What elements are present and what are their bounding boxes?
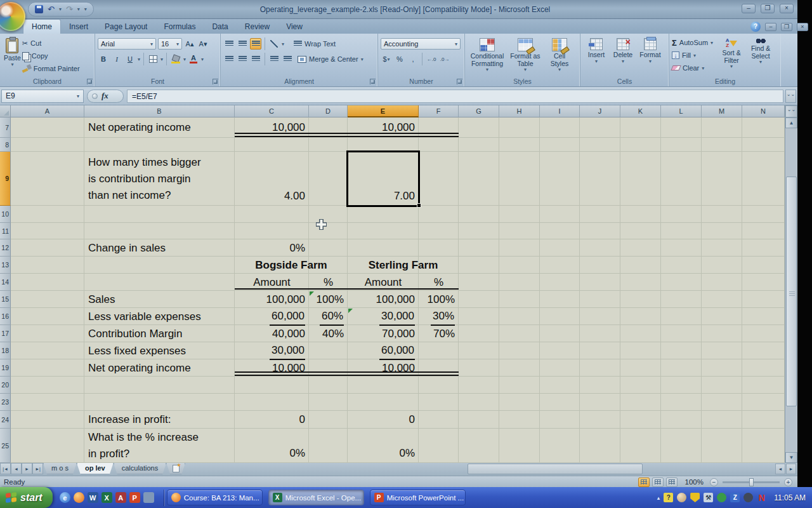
help-icon[interactable]: ? bbox=[664, 493, 673, 502]
font-dialog-launcher[interactable] bbox=[213, 79, 218, 84]
cell-E17[interactable]: 70,000 bbox=[348, 325, 419, 342]
bold-button[interactable]: B bbox=[98, 53, 109, 65]
underline-button[interactable]: U bbox=[124, 53, 136, 65]
grid-cell[interactable] bbox=[11, 291, 84, 308]
grid-cell[interactable] bbox=[661, 394, 702, 411]
cell-E25[interactable]: 0% bbox=[348, 429, 419, 463]
column-header-F[interactable]: F bbox=[419, 105, 459, 117]
grid-cell[interactable] bbox=[540, 342, 580, 359]
grid-cell[interactable] bbox=[11, 152, 84, 206]
grid-cell[interactable] bbox=[499, 274, 540, 291]
tools-icon[interactable]: ⚒ bbox=[704, 493, 713, 502]
row-header-20[interactable]: 20 bbox=[0, 377, 11, 394]
comma-style-button[interactable]: , bbox=[407, 53, 419, 65]
insert-worksheet-tab[interactable] bbox=[166, 463, 185, 474]
grid-cell[interactable] bbox=[348, 206, 419, 223]
page-layout-view-button[interactable] bbox=[652, 478, 664, 487]
grid-cell[interactable] bbox=[661, 325, 702, 342]
grid-cell[interactable] bbox=[661, 206, 702, 223]
row-header-12[interactable]: 12 bbox=[0, 239, 11, 257]
task-button-excel[interactable]: XMicrosoft Excel - Ope... bbox=[268, 490, 364, 505]
grid-cell[interactable] bbox=[620, 411, 661, 429]
grid-cell[interactable] bbox=[540, 394, 580, 411]
row-header-17[interactable]: 17 bbox=[0, 325, 11, 342]
formula-bar-chevron-icon[interactable]: ⌄⌄ bbox=[785, 105, 797, 117]
grid-cell[interactable] bbox=[580, 342, 620, 359]
grid-cell[interactable] bbox=[702, 325, 742, 342]
grid-cell[interactable] bbox=[661, 411, 702, 429]
grid-cell[interactable] bbox=[620, 138, 661, 152]
excel-icon[interactable]: X bbox=[102, 492, 112, 503]
bottom-align-button[interactable] bbox=[250, 38, 261, 50]
wrap-text-button[interactable]: Wrap Text bbox=[294, 38, 336, 50]
row-header-14[interactable]: 14 bbox=[0, 274, 11, 291]
cell-E24[interactable]: 0 bbox=[348, 411, 419, 429]
grid-cell[interactable] bbox=[661, 223, 702, 239]
sheet-tab-calculations[interactable]: calculations bbox=[114, 463, 166, 474]
grid-cell[interactable] bbox=[419, 152, 459, 206]
grid-cell[interactable] bbox=[499, 411, 540, 429]
grid-cell[interactable] bbox=[540, 152, 580, 206]
grid-cell[interactable] bbox=[742, 274, 785, 291]
cell-C16[interactable]: 60,000 bbox=[235, 308, 309, 325]
conditional-formatting-button[interactable]: Conditional Formatting▾ bbox=[468, 36, 507, 77]
grid-cell[interactable] bbox=[580, 325, 620, 342]
grid-cell[interactable] bbox=[419, 239, 459, 257]
grid-cell[interactable] bbox=[348, 377, 419, 394]
zoom-out-button[interactable]: − bbox=[710, 478, 718, 486]
grid-cell[interactable] bbox=[84, 206, 235, 223]
vertical-scrollbar[interactable]: ⌄⌄ ▲ ▼ bbox=[785, 105, 797, 463]
grid-cell[interactable] bbox=[661, 291, 702, 308]
grid-cell[interactable] bbox=[661, 342, 702, 359]
grid-cell[interactable] bbox=[580, 411, 620, 429]
grid-cell[interactable] bbox=[620, 377, 661, 394]
top-align-button[interactable] bbox=[223, 38, 235, 50]
grid-cell[interactable] bbox=[742, 223, 785, 239]
cell-D17[interactable]: 40% bbox=[309, 325, 348, 342]
tab-view[interactable]: View bbox=[278, 20, 311, 34]
row-header-9[interactable]: 9 bbox=[0, 152, 11, 206]
row-header-8[interactable]: 8 bbox=[0, 138, 11, 152]
cell-B12[interactable]: Change in sales bbox=[84, 239, 235, 257]
grid-cell[interactable] bbox=[499, 308, 540, 325]
font-name-select[interactable]: Arial▾ bbox=[98, 38, 156, 50]
cell-F15[interactable]: 100% bbox=[419, 291, 459, 308]
grid-cell[interactable] bbox=[661, 377, 702, 394]
cell-B19[interactable]: Net operating income bbox=[84, 359, 235, 377]
grid-cell[interactable] bbox=[459, 377, 499, 394]
grow-font-button[interactable]: A▴ bbox=[184, 38, 195, 50]
scroll-up-icon[interactable]: ▲ bbox=[785, 117, 797, 128]
grid-cell[interactable] bbox=[499, 138, 540, 152]
grid-cell[interactable] bbox=[459, 239, 499, 257]
grid-cell[interactable] bbox=[540, 239, 580, 257]
grid-cell[interactable] bbox=[742, 117, 785, 138]
tab-insert[interactable]: Insert bbox=[61, 20, 96, 34]
grid-cell[interactable] bbox=[499, 257, 540, 274]
normal-view-button[interactable] bbox=[638, 478, 650, 487]
grid-cell[interactable] bbox=[620, 291, 661, 308]
cell-C24[interactable]: 0 bbox=[235, 411, 309, 429]
decrease-indent-button[interactable] bbox=[268, 53, 280, 65]
format-cells-button[interactable]: Format▾ bbox=[636, 36, 664, 77]
grid-cell[interactable] bbox=[419, 138, 459, 152]
cell-B15[interactable]: Sales bbox=[84, 291, 235, 308]
grid-cell[interactable] bbox=[11, 117, 84, 138]
grid-cell[interactable] bbox=[620, 206, 661, 223]
delete-cells-button[interactable]: Delete▾ bbox=[610, 36, 636, 77]
cell-C13[interactable]: Bogside Farm bbox=[235, 257, 348, 274]
orientation-dropdown-icon[interactable]: ▾ bbox=[282, 41, 284, 47]
grid-cell[interactable] bbox=[661, 308, 702, 325]
column-header-H[interactable]: H bbox=[499, 105, 540, 117]
grid-cell[interactable] bbox=[540, 359, 580, 377]
access-icon[interactable]: A bbox=[115, 492, 126, 503]
tab-page-layout[interactable]: Page Layout bbox=[96, 20, 155, 34]
row-header-18[interactable]: 18 bbox=[0, 342, 11, 359]
grid-cell[interactable] bbox=[702, 152, 742, 206]
grid-cell[interactable] bbox=[702, 257, 742, 274]
grid-cell[interactable] bbox=[540, 257, 580, 274]
workbook-restore-button[interactable]: ❐ bbox=[781, 23, 792, 31]
grid-cell[interactable] bbox=[499, 359, 540, 377]
grid-cell[interactable] bbox=[620, 342, 661, 359]
grid-cell[interactable] bbox=[540, 325, 580, 342]
insert-cells-button[interactable]: Insert▾ bbox=[583, 36, 610, 77]
